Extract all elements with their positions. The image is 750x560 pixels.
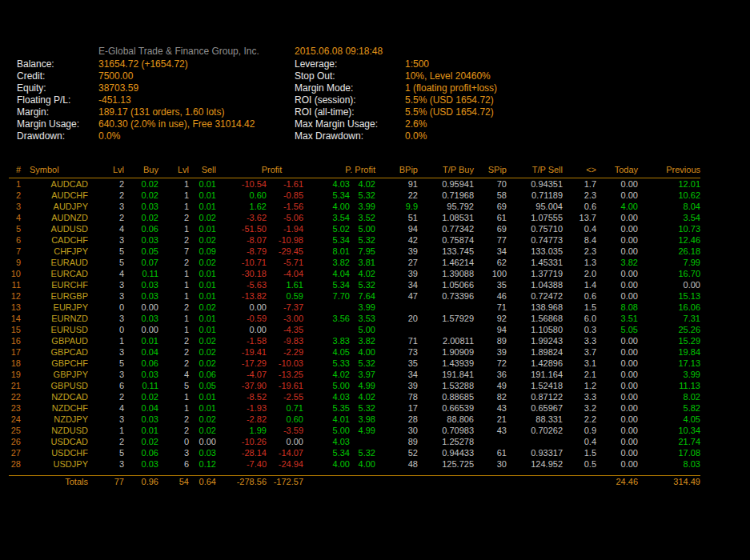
previous-cell: 8.02	[638, 391, 700, 402]
tp-sell-cell: 0.72472	[507, 290, 563, 302]
table-row: 21 GBPUSD 6 0.11 5 0.05 -37.90 -19.61 5.…	[9, 380, 700, 391]
stat-value: 7500.00	[98, 70, 133, 82]
bpip-cell: 34	[375, 279, 418, 290]
spip-cell: 71	[474, 302, 507, 313]
profit-buy-cell: -4.07	[216, 369, 267, 380]
spread-cell: 2.1	[563, 369, 596, 380]
symbol-cell: CADCHF	[21, 234, 88, 246]
profit-sell-cell: -7.37	[267, 302, 303, 313]
totals-buy: 0.96	[124, 476, 158, 488]
table-row: 5 AUDUSD 4 0.06 1 0.01 -51.50 -1.94 5.02…	[9, 223, 700, 234]
lvl-sell-cell: 1	[158, 313, 189, 324]
profit-buy-cell: -2.82	[216, 414, 267, 425]
tp-sell-cell: 0.75710	[507, 223, 563, 234]
row-number: 16	[9, 335, 21, 346]
profit-sell-cell: -4.04	[267, 268, 303, 279]
col-header-tp-sell: T/P Sell	[507, 163, 563, 178]
bpip-cell: 30	[375, 425, 418, 436]
lvl-sell-cell: 1	[158, 190, 189, 201]
previous-cell: 12.46	[638, 234, 700, 246]
spip-cell: 43	[474, 402, 507, 414]
sell-lots-cell: 0.02	[189, 414, 216, 425]
row-number: 25	[9, 425, 21, 436]
lvl-sell-cell: 2	[158, 358, 189, 369]
table-row: 14 EURNZD 3 0.03 1 0.01 -0.59 -3.00 3.56…	[9, 313, 700, 324]
lvl-buy-cell: 0	[88, 302, 124, 313]
pprofit-sell-cell: 4.99	[350, 380, 375, 391]
bpip-cell: 39	[375, 246, 418, 257]
col-header-symbol: Symbol	[21, 163, 88, 178]
spread-cell: 3.3	[563, 391, 596, 402]
pprofit-sell-cell: 3.97	[350, 369, 375, 380]
tp-sell-cell: 1.52418	[507, 380, 563, 391]
totals-lvl-buy: 77	[88, 476, 124, 488]
profit-sell-cell: -2.29	[267, 346, 303, 358]
previous-cell: 15.29	[638, 335, 700, 346]
totals-label: Totals	[21, 476, 88, 488]
stat-label: Margin:	[17, 106, 98, 118]
profit-buy-cell: -1.93	[216, 402, 267, 414]
spread-cell: 8.4	[563, 234, 596, 246]
pprofit-sell-cell: 4.02	[350, 178, 375, 190]
lvl-buy-cell: 6	[88, 380, 124, 391]
today-cell: 0.00	[596, 380, 638, 391]
lvl-buy-cell: 3	[88, 234, 124, 246]
pprofit-sell-cell: 4.00	[350, 458, 375, 470]
lvl-buy-cell: 5	[88, 257, 124, 268]
spread-cell: 0.5	[563, 458, 596, 470]
spip-cell: 89	[474, 335, 507, 346]
spip-cell: 100	[474, 268, 507, 279]
pprofit-sell-cell: 3.98	[350, 414, 375, 425]
tp-sell-cell: 1.99243	[507, 335, 563, 346]
lvl-sell-cell: 7	[158, 246, 189, 257]
profit-buy-cell: -10.54	[216, 178, 267, 190]
profit-sell-cell: 1.61	[267, 279, 303, 290]
pprofit-sell-cell: 3.53	[350, 313, 375, 324]
spip-cell: 70	[474, 178, 507, 190]
spread-cell: 0.4	[563, 223, 596, 234]
col-header-sell: Sell	[189, 163, 216, 178]
tp-buy-cell: 1.25278	[418, 436, 474, 447]
today-cell: 0.00	[596, 369, 638, 380]
account-stat-row: Credit:7500.00	[17, 70, 255, 82]
stat-value: 2.6%	[405, 118, 427, 130]
col-header-buy: Buy	[124, 163, 158, 178]
pprofit-sell-cell: 3.82	[350, 335, 375, 346]
pprofit-buy-cell: 5.00	[303, 380, 350, 391]
today-cell: 0.00	[596, 425, 638, 436]
stat-label: Drawdown:	[17, 130, 98, 142]
today-cell: 0.00	[596, 290, 638, 302]
profit-buy-cell: -28.14	[216, 447, 267, 458]
pprofit-buy-cell: 5.33	[303, 358, 350, 369]
buy-lots-cell: 0.03	[124, 458, 158, 470]
lvl-buy-cell: 4	[88, 402, 124, 414]
pprofit-sell-cell: 3.99	[350, 201, 375, 212]
stat-label: Leverage:	[295, 58, 405, 70]
bpip-cell: 34	[375, 369, 418, 380]
today-cell: 0.00	[596, 178, 638, 190]
table-row: 18 GBPCHF 5 0.06 2 0.02 -17.29 -10.03 5.…	[9, 358, 700, 369]
pprofit-sell-cell: 5.00	[350, 324, 375, 335]
pprofit-sell-cell: 5.32	[350, 279, 375, 290]
symbols-table: # Symbol Lvl Buy Lvl Sell Profit P. Prof…	[9, 163, 700, 487]
tp-sell-cell: 0.93317	[507, 447, 563, 458]
today-cell: 0.00	[596, 447, 638, 458]
profit-sell-cell: -1.61	[267, 178, 303, 190]
buy-lots-cell: 0.02	[124, 212, 158, 223]
today-cell: 0.00	[596, 190, 638, 201]
pprofit-sell-cell: 5.00	[350, 223, 375, 234]
bpip-cell: 52	[375, 447, 418, 458]
row-number: 10	[9, 268, 21, 279]
pprofit-buy-cell	[303, 324, 350, 335]
profit-sell-cell: 0.59	[267, 290, 303, 302]
bpip-cell: 39	[375, 380, 418, 391]
sell-lots-cell: 0.02	[189, 346, 216, 358]
today-cell: 8.08	[596, 302, 638, 313]
pprofit-buy-cell: 4.03	[303, 391, 350, 402]
stat-value: 189.17 (131 orders, 1.60 lots)	[98, 106, 224, 118]
lvl-buy-cell: 2	[88, 391, 124, 402]
today-cell: 4.00	[596, 201, 638, 212]
tp-sell-cell: 1.45331	[507, 257, 563, 268]
profit-sell-cell: -0.85	[267, 190, 303, 201]
tp-sell-cell: 133.035	[507, 246, 563, 257]
